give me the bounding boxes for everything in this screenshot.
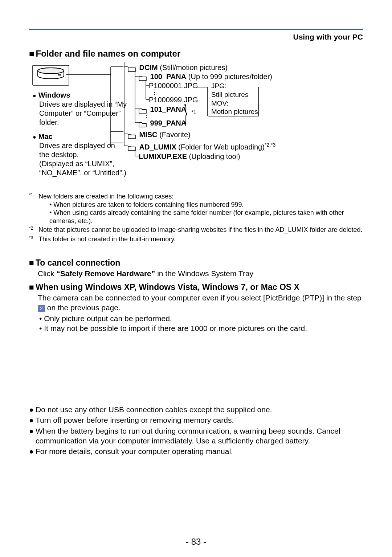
lumixup-file: LUMIXUP.EXE (Uploading tool) (139, 152, 240, 160)
bottom-note-4: For more details, consult your computer … (36, 446, 233, 456)
folder-icon (139, 107, 147, 113)
footnote-3-mark: *3 (29, 235, 38, 244)
section-folder-file-names: Folder and file names on computer (29, 49, 363, 59)
misc-folder: MISC (Favorite) (128, 131, 191, 139)
folder-icon (128, 144, 136, 150)
header-divider (29, 29, 363, 30)
folder-icon (139, 74, 147, 80)
winxp-bullet-1: Only picture output can be performed. (39, 314, 363, 323)
footnote-2-mark: *2 (29, 226, 38, 234)
windows-heading: Windows (33, 91, 127, 100)
folder-icon (128, 132, 136, 138)
footnote-1-bullet-2: When using cards already containing the … (49, 209, 363, 225)
lower-sections: To cancel connection Click “Safely Remov… (29, 254, 363, 333)
folder-icon (139, 121, 147, 127)
page: Using with your PC Folder and file names… (0, 0, 392, 557)
section-windows-xp-etc: When using Windows XP, Windows Vista, Wi… (29, 282, 363, 293)
windows-desc: Drives are displayed in “My Computer” or… (39, 100, 127, 127)
999-pana-folder: 999_PANA (139, 119, 186, 127)
bottom-notes: ●Do not use any other USB connection cab… (29, 405, 363, 457)
dcim-folder: DCIM (Still/motion pictures) (128, 64, 228, 71)
100-pana-folder: 100_PANA (Up to 999 pictures/folder) (139, 73, 272, 81)
adlumix-folder: AD_LUMIX (Folder for Web uploading)*2,*3 (128, 142, 275, 151)
folder-tree-diagram: DCIM (Still/motion pictures) 100_PANA (U… (121, 62, 346, 163)
step-2-badge: 2 (38, 305, 45, 312)
folder-icon (128, 65, 136, 71)
os-descriptions: Windows Drives are displayed in “My Comp… (33, 91, 127, 177)
svg-rect-2 (58, 74, 61, 75)
cancel-connection-body: Click “Safely Remove Hardware” in the Wi… (38, 269, 363, 278)
file-last: P1000999.JPG (149, 96, 198, 104)
windows-xp-body: The camera can be connected to your comp… (38, 293, 363, 333)
header-title: Using with your PC (29, 30, 363, 44)
brace-icon: } (184, 100, 187, 125)
footnote-2-text: Note that pictures cannot be uploaded to… (38, 226, 363, 234)
winxp-bullet-2: It may not be possible to import if ther… (39, 323, 363, 333)
brace-footnote-mark: *1 (191, 109, 196, 116)
footnote-1-mark: *1 (29, 192, 38, 225)
filetype-key: JPG: Still pictures MOV: Motion pictures (211, 82, 258, 116)
footnote-3-text: This folder is not created in the built-… (38, 235, 176, 244)
mac-desc: Drives are displayed on the desktop. (Di… (39, 141, 127, 177)
footnotes: *1 New folders are created in the follow… (29, 192, 363, 244)
svg-text:⋮: ⋮ (151, 89, 158, 96)
footnote-1-text: New folders are created in the following… (38, 192, 363, 201)
mac-heading: Mac (33, 132, 127, 141)
101-pana-folder: 101_PANA (139, 105, 186, 113)
page-number: - 83 - (0, 537, 392, 547)
section-cancel-connection: To cancel connection (29, 258, 363, 269)
file-first: P1000001.JPG (149, 82, 198, 90)
bottom-note-2: Turn off power before inserting or remov… (36, 415, 234, 425)
footnote-1-bullet-1: When pictures are taken to folders conta… (49, 201, 363, 209)
bottom-note-1: Do not use any other USB connection cabl… (36, 405, 272, 414)
svg-point-1 (38, 68, 64, 74)
drive-icon (36, 67, 65, 82)
bottom-note-3: When the battery begins to run out durin… (36, 426, 363, 446)
